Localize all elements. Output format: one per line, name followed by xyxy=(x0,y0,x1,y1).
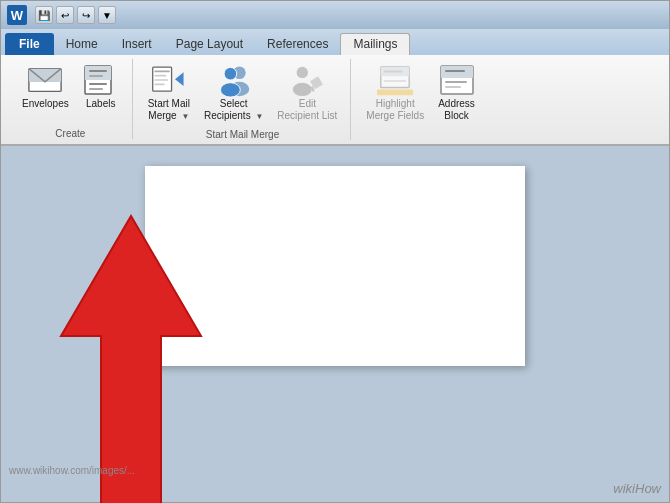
svg-rect-4 xyxy=(89,70,107,72)
merge-icon xyxy=(151,62,187,98)
tab-references[interactable]: References xyxy=(255,33,340,55)
start-mail-merge-group-label: Start Mail Merge xyxy=(206,129,279,140)
envelopes-button[interactable]: Envelopes xyxy=(17,59,74,113)
person-edit-icon xyxy=(289,62,325,98)
write-insert-buttons: HighlightMerge Fields AddressBlock xyxy=(361,59,480,135)
svg-rect-12 xyxy=(154,83,164,85)
wikihow-logo: wikiHow xyxy=(613,481,661,496)
labels-label: Labels xyxy=(86,98,115,110)
svg-rect-29 xyxy=(445,70,465,72)
svg-point-19 xyxy=(293,83,312,96)
svg-point-17 xyxy=(220,83,240,97)
svg-rect-3 xyxy=(85,66,111,80)
ribbon-group-create: Envelopes Labels xyxy=(9,59,133,139)
ribbon-group-write-insert: HighlightMerge Fields AddressBlock xyxy=(353,59,488,139)
ribbon: Envelopes Labels xyxy=(1,55,669,146)
undo-button[interactable]: ↩ xyxy=(56,6,74,24)
merge-buttons: Start MailMerge ▼ SelectR xyxy=(143,59,343,125)
svg-rect-25 xyxy=(384,80,407,82)
start-mail-merge-label: Start MailMerge ▼ xyxy=(148,98,190,122)
svg-rect-26 xyxy=(377,89,413,95)
highlight-merge-fields-label: HighlightMerge Fields xyxy=(366,98,424,122)
tab-mailings[interactable]: Mailings xyxy=(340,33,410,55)
select-recipients-label: SelectRecipients ▼ xyxy=(204,98,263,122)
highlight-icon xyxy=(377,62,413,98)
svg-marker-13 xyxy=(175,72,184,86)
ribbon-tabs: File Home Insert Page Layout References … xyxy=(1,29,669,55)
document-area: www.wikihow.com/images/... wikiHow xyxy=(1,146,669,502)
start-mail-merge-button[interactable]: Start MailMerge ▼ xyxy=(143,59,195,125)
address-block-button[interactable]: AddressBlock xyxy=(433,59,480,125)
document-page xyxy=(145,166,525,366)
tab-file[interactable]: File xyxy=(5,33,54,55)
tab-insert[interactable]: Insert xyxy=(110,33,164,55)
svg-point-18 xyxy=(297,67,308,78)
save-button[interactable]: 💾 xyxy=(35,6,53,24)
svg-rect-10 xyxy=(154,75,166,77)
highlight-merge-fields-button[interactable]: HighlightMerge Fields xyxy=(361,59,429,125)
edit-recipient-list-button[interactable]: EditRecipient List xyxy=(272,59,342,125)
tab-home[interactable]: Home xyxy=(54,33,110,55)
address-block-label: AddressBlock xyxy=(438,98,475,122)
svg-rect-6 xyxy=(89,83,107,85)
select-recipients-button[interactable]: SelectRecipients ▼ xyxy=(199,59,268,125)
svg-rect-11 xyxy=(154,79,168,81)
title-bar: W 💾 ↩ ↪ ▼ xyxy=(1,1,669,29)
svg-rect-24 xyxy=(384,71,403,73)
envelopes-label: Envelopes xyxy=(22,98,69,110)
svg-rect-30 xyxy=(445,81,467,83)
svg-rect-31 xyxy=(445,86,461,88)
people-icon xyxy=(216,62,252,98)
edit-recipient-list-label: EditRecipient List xyxy=(277,98,337,122)
redo-button[interactable]: ↪ xyxy=(77,6,95,24)
svg-line-21 xyxy=(312,87,314,92)
svg-rect-9 xyxy=(154,71,169,73)
create-group-label: Create xyxy=(55,128,85,139)
svg-rect-7 xyxy=(89,88,103,90)
ribbon-group-start-mail-merge: Start MailMerge ▼ SelectR xyxy=(135,59,352,140)
address-icon xyxy=(439,62,475,98)
word-window: W 💾 ↩ ↪ ▼ File Home Insert Page Layout R… xyxy=(0,0,670,503)
tab-page-layout[interactable]: Page Layout xyxy=(164,33,255,55)
labels-button[interactable]: Labels xyxy=(78,59,124,113)
svg-rect-5 xyxy=(89,75,103,77)
envelope-icon xyxy=(27,62,63,98)
quick-access-dropdown[interactable]: ▼ xyxy=(98,6,116,24)
label-icon xyxy=(83,62,119,98)
svg-point-16 xyxy=(224,67,237,80)
word-icon: W xyxy=(7,5,27,25)
svg-rect-1 xyxy=(29,69,61,82)
quick-access-toolbar: 💾 ↩ ↪ ▼ xyxy=(35,6,116,24)
create-buttons: Envelopes Labels xyxy=(17,59,124,124)
watermark-text: www.wikihow.com/images/... xyxy=(9,465,135,476)
